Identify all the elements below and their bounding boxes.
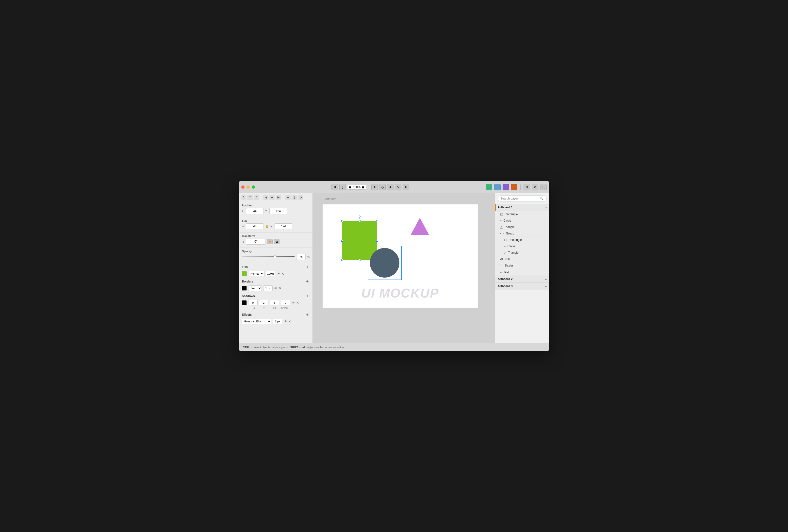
tool-rotate[interactable]: ↻ <box>403 184 409 190</box>
tool-arrange[interactable]: ✥ <box>371 184 378 190</box>
artboard-1-header[interactable]: Artboard 1 ▾ <box>495 204 549 211</box>
shadow-blur-input[interactable] <box>270 300 279 306</box>
align-center-icon[interactable]: ⊢ <box>270 195 275 200</box>
handle-tc[interactable] <box>359 220 361 222</box>
handle-tr[interactable] <box>376 220 378 222</box>
fill-blend-select[interactable]: Normal <box>248 271 264 276</box>
artboard[interactable]: UI MOCKUP <box>322 204 478 308</box>
border-style-select[interactable]: Solid <box>248 285 262 291</box>
h-input[interactable] <box>275 223 292 229</box>
artboard-3-header[interactable]: Artboard 3 ▸ <box>495 283 549 290</box>
add-border-button[interactable]: + <box>305 279 310 284</box>
layer-group-label: Group <box>506 232 514 235</box>
layer-path[interactable]: ✏ Path <box>495 269 549 276</box>
align-button[interactable]: ⊞ <box>332 184 338 190</box>
r-input[interactable] <box>246 239 266 244</box>
rotate-dot[interactable] <box>359 216 361 217</box>
close-button[interactable] <box>241 185 244 189</box>
circle-selection-box[interactable] <box>368 246 402 280</box>
shadow-x-input[interactable] <box>248 300 258 306</box>
layer-group[interactable]: ▾ ▪ Group <box>495 230 549 237</box>
y-input[interactable] <box>270 208 287 214</box>
canvas-area[interactable]: Artboard 1 <box>313 193 495 343</box>
layer-circle-2[interactable]: ○ Circle <box>495 243 549 250</box>
fill-visibility-icon[interactable]: 👁 <box>277 272 280 276</box>
align-left-icon[interactable]: ⊣ <box>263 195 269 200</box>
shadow-spread-input[interactable] <box>281 300 290 306</box>
align-right-icon[interactable]: ⊢ <box>276 195 281 200</box>
border-visibility-icon[interactable]: 👁 <box>274 287 277 290</box>
border-width-input[interactable] <box>263 285 273 291</box>
text-icon: A| <box>500 257 503 260</box>
dark-circle[interactable] <box>370 248 399 278</box>
gear-icon[interactable]: ⚙ <box>532 184 538 190</box>
borders-section: Borders + Solid 👁 ✕ <box>239 278 313 292</box>
w-input[interactable] <box>246 223 264 229</box>
tool-select[interactable]: ◎ <box>379 184 386 190</box>
flip-transform-icon[interactable]: 🎨 <box>267 239 273 244</box>
app-window: ⊞ ⋮ ◼ 100% ◼ ✥ ◎ ✚ ⤡ ↻ ↑ ⊟ ⚙ ⛶ <box>239 181 549 351</box>
dist-v-icon[interactable]: ⇕ <box>292 195 297 200</box>
align-tr-icon[interactable]: ⌝ <box>254 195 259 200</box>
align-tl-icon[interactable]: ⌜ <box>241 195 246 200</box>
layer-rectangle-1[interactable]: ▢ Rectangle <box>495 211 549 217</box>
shadow-y-input[interactable] <box>259 300 269 306</box>
tool-scale[interactable]: ⤡ <box>395 184 401 190</box>
shadow-delete-icon[interactable]: ✕ <box>296 301 299 305</box>
settings-button[interactable] <box>511 184 517 190</box>
rotate-transform-icon[interactable]: 🖼 <box>274 239 279 244</box>
preview-button[interactable] <box>503 184 509 190</box>
minimize-button[interactable] <box>247 185 250 189</box>
zoom-control[interactable]: ◼ 100% ◼ <box>347 185 366 190</box>
border-delete-icon[interactable]: ✕ <box>279 287 281 290</box>
flip-h-icon[interactable]: ⇄ <box>298 195 303 200</box>
mockup-watermark: UI MOCKUP <box>361 286 439 300</box>
fill-opacity-input[interactable] <box>266 271 275 276</box>
purple-triangle[interactable] <box>410 217 430 237</box>
fill-delete-icon[interactable]: ✕ <box>281 272 284 276</box>
layer-text-label: Text <box>504 257 510 261</box>
effect-delete-icon[interactable]: ✕ <box>288 320 291 323</box>
border-color-swatch[interactable] <box>242 286 247 291</box>
opacity-slider[interactable] <box>242 256 295 257</box>
zoom-increase[interactable]: ◼ <box>362 185 365 189</box>
zoom-decrease[interactable]: ◼ <box>349 185 351 189</box>
opacity-input[interactable] <box>296 254 306 260</box>
lock-icon[interactable]: 🔒 <box>265 224 269 228</box>
search-icon: 🔍 <box>539 197 543 200</box>
right-panel: 🔍 Artboard 1 ▾ ▢ Rectangle ○ <box>495 193 549 343</box>
share-button[interactable] <box>494 184 500 190</box>
handle-ml[interactable] <box>341 240 343 242</box>
layer-circle-1[interactable]: ○ Circle <box>495 217 549 224</box>
fullscreen-icon[interactable]: ⛶ <box>540 184 547 190</box>
handle-tl[interactable] <box>341 220 343 222</box>
x-input[interactable] <box>246 208 264 214</box>
dist-h-icon[interactable]: ⇔ <box>285 195 291 200</box>
export-button[interactable]: ↑ <box>486 184 492 190</box>
layer-text[interactable]: A| Text <box>495 256 549 262</box>
maximize-button[interactable] <box>252 185 255 189</box>
shadow-color-swatch[interactable] <box>242 300 247 305</box>
layer-triangle-2[interactable]: △ Triangle <box>495 250 549 256</box>
effect-visibility-icon[interactable]: 👁 <box>284 320 287 323</box>
layer-bezier[interactable]: ⌒ Bezier <box>495 262 549 269</box>
panels-button[interactable]: ⊟ <box>524 184 530 190</box>
add-fill-button[interactable]: + <box>305 265 310 269</box>
handle-bc[interactable] <box>359 259 361 261</box>
artboard-2-header[interactable]: Artboard 2 ▸ <box>495 276 549 283</box>
fill-color-swatch[interactable] <box>242 271 247 276</box>
add-effect-button[interactable]: + <box>305 313 310 317</box>
tool-move[interactable]: ✚ <box>387 184 394 190</box>
align-tc-icon[interactable]: ⊤ <box>247 195 253 200</box>
layer-rectangle-2[interactable]: ▢ Rectangle <box>495 237 549 243</box>
layer-triangle-1[interactable]: △ Triangle <box>495 224 549 230</box>
shadow-visibility-icon[interactable]: 👁 <box>292 301 295 305</box>
handle-mr[interactable] <box>376 240 378 242</box>
effect-value-input[interactable] <box>273 319 282 324</box>
handle-bl[interactable] <box>341 259 343 261</box>
add-shadow-button[interactable]: + <box>305 294 310 298</box>
artboard-2-name: Artboard 2 <box>498 277 513 281</box>
effect-type-select[interactable]: Guassian Blur <box>242 319 271 324</box>
distribute-button[interactable]: ⋮ <box>339 184 346 190</box>
group-expand-icon[interactable]: ▾ <box>500 232 501 235</box>
